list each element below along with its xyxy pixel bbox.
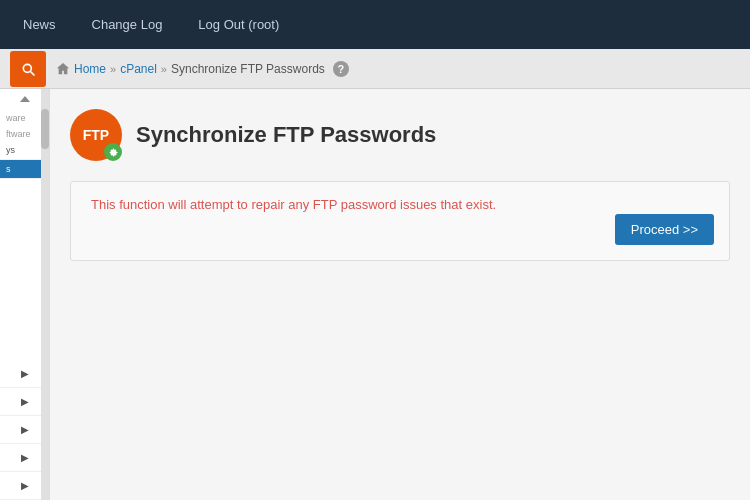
search-button[interactable] — [10, 51, 46, 87]
nav-news[interactable]: News — [15, 11, 64, 38]
breadcrumb-home[interactable]: Home — [74, 62, 106, 76]
sidebar: ware ftware ys s ▶ ▶ ▶ ▶ ▶ — [0, 89, 50, 500]
search-icon — [20, 61, 36, 77]
breadcrumb-cpanel[interactable]: cPanel — [120, 62, 157, 76]
scrollbar-thumb[interactable] — [41, 109, 49, 149]
nav-changelog[interactable]: Change Log — [84, 11, 171, 38]
info-text-suffix: issues that exist. — [396, 197, 496, 212]
ftp-icon-badge — [104, 143, 122, 161]
breadcrumb-sep-2: » — [161, 63, 167, 75]
ftp-icon-text: FTP — [83, 128, 109, 142]
top-navigation: News Change Log Log Out (root) — [0, 0, 750, 49]
proceed-button[interactable]: Proceed >> — [615, 214, 714, 245]
info-text-prefix: This function will attempt to repair any — [91, 197, 313, 212]
info-box: This function will attempt to repair any… — [70, 181, 730, 261]
home-icon — [56, 62, 70, 76]
info-text: This function will attempt to repair any… — [91, 197, 709, 212]
scroll-up-icon — [20, 96, 30, 102]
ftp-icon: FTP — [70, 109, 122, 161]
content-area: FTP Synchronize FTP Passwords This funct… — [50, 89, 750, 500]
page-header: FTP Synchronize FTP Passwords — [70, 109, 730, 161]
info-text-highlight: FTP password — [313, 197, 397, 212]
help-icon[interactable]: ? — [333, 61, 349, 77]
breadcrumb-current: Synchronize FTP Passwords — [171, 62, 325, 76]
scrollbar-track — [41, 89, 49, 500]
main-layout: ware ftware ys s ▶ ▶ ▶ ▶ ▶ FTP Synchron — [0, 89, 750, 500]
gear-icon — [108, 147, 119, 158]
nav-logout[interactable]: Log Out (root) — [190, 11, 287, 38]
breadcrumb-sep-1: » — [110, 63, 116, 75]
breadcrumb: Home » cPanel » Synchronize FTP Password… — [56, 61, 349, 77]
page-title: Synchronize FTP Passwords — [136, 122, 436, 148]
sub-header: Home » cPanel » Synchronize FTP Password… — [0, 49, 750, 89]
